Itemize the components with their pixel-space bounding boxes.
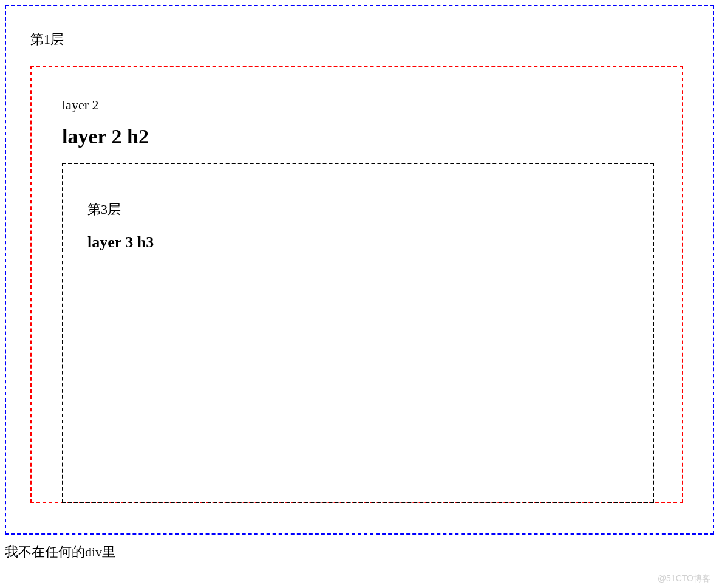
watermark-text: @51CTO博客 [658,573,710,584]
layer-2-label: layer 2 [62,97,652,113]
layer-3-label: 第3层 [87,200,629,219]
layer-1-label: 第1层 [30,30,689,49]
layer-2-box: layer 2 layer 2 h2 第3层 layer 3 h3 [30,66,683,503]
layer-1-box: 第1层 layer 2 layer 2 h2 第3层 layer 3 h3 [5,5,714,535]
layer-3-box: 第3层 layer 3 h3 [62,163,654,503]
layer-3-heading: layer 3 h3 [87,233,629,251]
outside-div-text: 我不在任何的div里 [5,543,714,561]
layer-2-heading: layer 2 h2 [62,125,652,148]
